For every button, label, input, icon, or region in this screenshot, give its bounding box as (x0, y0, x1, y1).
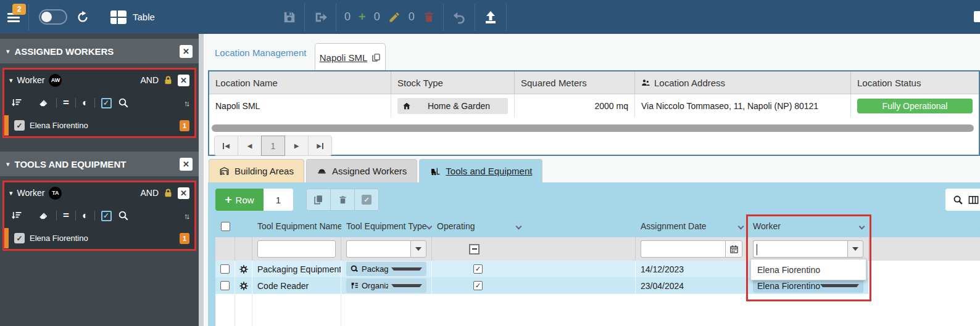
cell-operating[interactable]: ✓ (432, 261, 636, 277)
dropdown-option-elena-fiorentino[interactable]: Elena Fiorentino (757, 265, 820, 275)
tab-assigned-workers[interactable]: Assigned Workers (306, 159, 417, 182)
main-menu-button[interactable]: 2 (0, 0, 28, 34)
next-page-button[interactable]: ▶ (284, 136, 309, 156)
operating-checkbox-checked[interactable]: ✓ (473, 264, 483, 274)
worker-dropdown-pill[interactable]: Elena Fiorentino (753, 279, 863, 293)
worker-filter-dropdown-button[interactable] (847, 240, 863, 258)
cell-tool-name[interactable]: Code Reader (252, 277, 341, 294)
cell-stock-type[interactable]: Home & Garden (391, 94, 515, 117)
checkbox-filter-icon[interactable]: ✓ (101, 98, 112, 108)
duplicate-rows-button[interactable] (306, 189, 331, 211)
gear-icon[interactable] (239, 264, 249, 274)
eraser-icon[interactable] (38, 97, 50, 108)
type-dropdown-pill[interactable]: Organizational Tool (346, 279, 426, 293)
row-gear-cell[interactable] (235, 277, 252, 294)
tab-location-management[interactable]: Location Management (215, 47, 306, 58)
export-button[interactable] (313, 10, 328, 24)
header-tool-equipment-type[interactable]: Tool Equipment Type (341, 215, 432, 237)
sort-filter-icon[interactable] (10, 210, 23, 221)
prev-page-button[interactable]: ◀ (238, 136, 262, 156)
sort-order-icon[interactable]: ↑↓ (184, 99, 188, 108)
worker-dropdown-popup[interactable]: Elena Fiorentino (750, 259, 866, 280)
equals-filter-icon[interactable]: = (63, 210, 69, 222)
search-filter-icon[interactable] (118, 210, 129, 221)
clipped-toolbar-icon[interactable] (974, 11, 980, 22)
sidebar-scrollbar[interactable] (199, 34, 204, 326)
lock-icon[interactable] (163, 75, 173, 86)
mode-toggle-switch[interactable] (39, 9, 67, 25)
tab-tools-and-equipment[interactable]: Tools and Equipment (419, 159, 542, 182)
cell-assignment-date[interactable]: 14/12/2023 (636, 261, 748, 277)
type-filter-dropdown-button[interactable] (410, 240, 426, 258)
header-stock-type[interactable]: Stock Type (391, 71, 515, 94)
cell-location-name[interactable]: Napoli SML (209, 94, 391, 117)
date-filter-input[interactable] (641, 240, 725, 258)
type-dropdown-pill[interactable]: Packaging and Ship... (346, 262, 426, 276)
header-location-status[interactable]: Location Status (851, 71, 979, 94)
close-section-button[interactable]: ✕ (180, 45, 193, 58)
filter-panel-header[interactable]: ▾ Worker TA AND ✕ (4, 182, 194, 203)
grid-search-button[interactable] (945, 189, 980, 211)
cell-operating[interactable]: ✓ (432, 277, 636, 294)
horizontal-scrollbar[interactable] (212, 124, 974, 132)
date-filter-calendar-button[interactable] (725, 240, 742, 258)
header-tool-equipment-name[interactable]: Tool Equipment Name (252, 215, 341, 237)
stock-type-pill[interactable]: Home & Garden (397, 98, 508, 114)
cell-assignment-date[interactable]: 23/04/2024 (636, 277, 748, 294)
select-all-button[interactable]: ✓ (354, 189, 379, 211)
cell-tool-type[interactable]: Organizational Tool (341, 277, 432, 294)
sort-filter-icon[interactable] (10, 97, 23, 108)
current-page-button[interactable]: 1 (261, 136, 285, 156)
assigned-workers-section-header[interactable]: ▾ ASSIGNED WORKERS ✕ (0, 39, 199, 63)
equals-filter-icon[interactable]: = (63, 97, 69, 109)
chevron-down-icon[interactable] (516, 223, 522, 229)
upload-button[interactable] (483, 10, 498, 25)
item-checkbox[interactable]: ✓ (14, 233, 25, 243)
undo-button[interactable] (452, 10, 467, 24)
cell-squared-meters[interactable]: 2000 mq (515, 94, 635, 117)
tab-napoli-sml[interactable]: Napoli SML (315, 43, 386, 71)
select-all-checkbox[interactable] (215, 215, 235, 237)
chevron-down-icon[interactable] (738, 223, 744, 229)
remove-filter-button[interactable]: ✕ (178, 187, 189, 199)
operating-filter-checkbox-indeterminate[interactable] (469, 244, 480, 255)
save-button[interactable] (283, 10, 296, 24)
remove-filter-button[interactable]: ✕ (178, 75, 189, 86)
eraser-icon[interactable] (38, 210, 50, 221)
row-checkbox[interactable] (220, 281, 230, 290)
row-count-input[interactable]: 1 (264, 189, 293, 211)
first-page-button[interactable]: ◀ (214, 136, 238, 156)
cell-location-address[interactable]: Via Niccolo Tommaseo, 11, Napoli (NP) 80… (635, 94, 851, 117)
close-section-button[interactable]: ✕ (180, 158, 193, 171)
row-select-cell[interactable] (215, 261, 235, 277)
header-operating[interactable]: Operating (432, 215, 636, 237)
gear-icon[interactable] (239, 281, 249, 291)
operating-checkbox-checked[interactable]: ✓ (473, 281, 483, 290)
chevron-down-icon[interactable] (859, 223, 865, 229)
status-badge[interactable]: Fully Operational (857, 99, 973, 113)
tab-building-areas[interactable]: Building Areas (209, 159, 304, 182)
tools-equipment-section-header[interactable]: ▾ TOOLS AND EQUIPMENT ✕ (0, 152, 199, 176)
add-row-button[interactable]: + Row (215, 189, 264, 211)
contrast-filter-icon[interactable]: ◐ (82, 97, 88, 108)
name-filter-input[interactable] (257, 240, 336, 258)
contrast-filter-icon[interactable]: ◐ (82, 210, 88, 221)
delete-rows-button[interactable] (330, 189, 355, 211)
header-location-name[interactable]: Location Name (209, 71, 391, 94)
filter-value-item[interactable]: ✓ Elena Fiorentino 1 (4, 115, 194, 136)
worker-filter-input[interactable] (753, 240, 847, 258)
header-assignment-date[interactable]: Assignment Date (636, 215, 748, 237)
type-filter-input[interactable] (346, 240, 410, 258)
cell-tool-name[interactable]: Packaging Equipment (252, 261, 341, 277)
row-select-cell[interactable] (215, 277, 235, 294)
row-checkbox[interactable] (220, 264, 230, 274)
checkbox-filter-icon[interactable]: ✓ (101, 211, 112, 221)
header-squared-meters[interactable]: Squared Meters (515, 71, 635, 94)
cell-tool-type[interactable]: Packaging and Ship... (341, 261, 432, 277)
search-filter-icon[interactable] (118, 97, 129, 108)
copy-icon[interactable] (372, 53, 381, 62)
sort-order-icon[interactable]: ↑↓ (184, 211, 188, 221)
filter-value-item[interactable]: ✓ Elena Fiorentino 1 (4, 228, 194, 248)
item-checkbox[interactable]: ✓ (14, 120, 25, 131)
header-location-address[interactable]: Location Address (635, 71, 851, 94)
